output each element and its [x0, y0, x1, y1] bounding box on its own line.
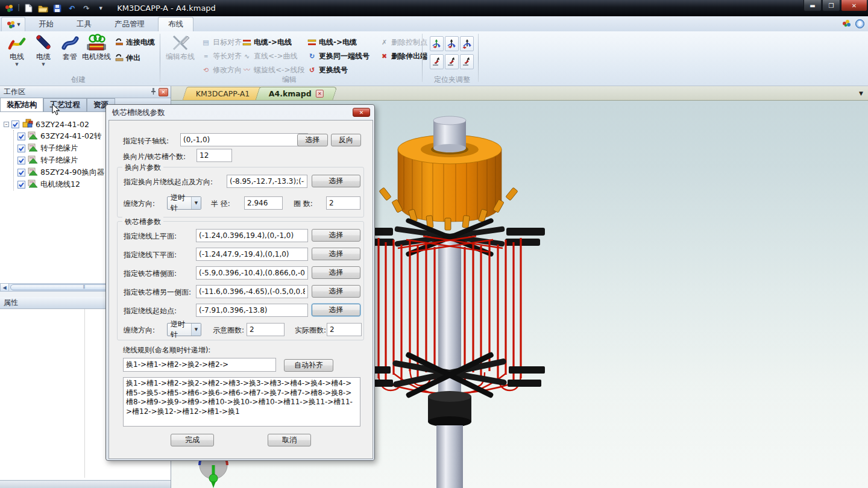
minimize-button[interactable]: ▬: [804, 0, 822, 11]
clamp-adjust-button-1[interactable]: [430, 36, 444, 51]
app-logo-icon[interactable]: [4, 3, 14, 14]
clamp-adjust-button-5[interactable]: [445, 54, 459, 69]
target-align-button[interactable]: ▤ 目标对齐: [201, 36, 242, 48]
checkbox-checked[interactable]: [11, 120, 19, 128]
swap-same-end-number-button[interactable]: ↻ 更换同一端线号: [307, 50, 370, 62]
sleeve-icon: [61, 34, 79, 52]
pin-icon[interactable]: [150, 87, 157, 97]
cable-button[interactable]: 电缆 ▼: [30, 34, 57, 74]
checkbox-checked[interactable]: [17, 169, 25, 177]
helix-segment-button[interactable]: 〰 螺旋线<->线段: [242, 64, 304, 76]
equal-length-align-button[interactable]: ＝ 等长对齐: [201, 50, 242, 62]
redo-icon[interactable]: ↷: [81, 3, 92, 14]
start-point-select-button[interactable]: 选择: [312, 304, 360, 316]
tab-list-dropdown-icon[interactable]: ▼: [859, 90, 863, 96]
dialog-close-button[interactable]: ✕: [353, 108, 370, 117]
doc-tab-km3dcapp-a1[interactable]: KM3DCAPP-A1: [182, 87, 263, 100]
checkbox-checked[interactable]: [17, 157, 25, 164]
mouse-cursor: [52, 104, 60, 116]
rotor-axis-reverse-button[interactable]: 反向: [331, 134, 361, 146]
delete-extension-button[interactable]: ✖ 删除伸出端: [380, 50, 427, 62]
swap-wire-number-button[interactable]: ↺ 更换线号: [307, 64, 348, 76]
tab-process[interactable]: 工艺过程: [43, 98, 87, 111]
connect-cable-button[interactable]: 连接电缆: [115, 36, 155, 48]
slot-side-input[interactable]: [196, 266, 308, 280]
tab-tools[interactable]: 工具: [67, 17, 101, 31]
scroll-left-arrow[interactable]: ◀: [1, 284, 9, 291]
slot-side-label: 指定铁芯槽侧面:: [124, 269, 177, 279]
equal-length-align-icon: ＝: [201, 52, 210, 60]
checkbox-checked[interactable]: [17, 145, 25, 152]
rotor-axis-select-button[interactable]: 选择: [297, 134, 328, 146]
wire-to-cable-button[interactable]: 电线->电缆: [307, 36, 357, 48]
real-turns-input[interactable]: [327, 323, 362, 336]
commutator-dir-select[interactable]: 逆时针 ▼: [167, 196, 201, 210]
help-icon[interactable]: ?: [855, 19, 864, 28]
finish-button[interactable]: 完成: [171, 434, 214, 446]
clamp-adjust-button-3[interactable]: [460, 36, 474, 51]
winding-rule-textarea[interactable]: 换1->槽1->槽2->换2->槽2->槽3->换3->槽3->槽4->换4->…: [123, 377, 360, 427]
slot-side-select-button[interactable]: 选择: [312, 266, 360, 279]
qat-separator: ⸽: [18, 5, 19, 12]
tab-routing[interactable]: 布线: [158, 17, 193, 31]
autofill-button[interactable]: 自动补齐: [284, 359, 333, 372]
cable-to-wire-icon: [242, 38, 251, 46]
document-tab-strip: KM3DCAPP-A1 A4.kmapd ✕: [171, 86, 868, 101]
cancel-button[interactable]: 取消: [268, 434, 311, 446]
commutator-dir-label: 缠绕方向:: [124, 199, 155, 209]
open-folder-icon[interactable]: [37, 3, 48, 14]
demo-turns-input[interactable]: [247, 323, 285, 336]
save-icon[interactable]: [52, 3, 63, 14]
tab-product-management[interactable]: 产品管理: [105, 17, 154, 31]
chevron-down-icon: ▼: [191, 197, 201, 209]
close-button[interactable]: ✕: [841, 0, 867, 11]
slot-other-side-select-button[interactable]: 选择: [312, 285, 360, 298]
clamp-adjust-button-4[interactable]: [430, 54, 444, 69]
wire-icon: [8, 34, 26, 52]
checkbox-checked[interactable]: [17, 133, 25, 140]
collapse-icon[interactable]: –: [4, 122, 9, 127]
new-file-icon[interactable]: [23, 3, 34, 14]
commutator-start-input[interactable]: [227, 175, 307, 188]
lower-plane-select-button[interactable]: 选择: [312, 248, 360, 260]
motor-winding-button[interactable]: 电机绕线: [80, 34, 113, 74]
tab-start[interactable]: 开始: [29, 17, 63, 31]
wire-button[interactable]: 电线 ▼: [4, 34, 30, 74]
turns-input[interactable]: [326, 196, 360, 210]
workspace-close-icon[interactable]: ✕: [159, 88, 168, 96]
winding-rule-input[interactable]: [123, 358, 276, 372]
core-dir-select[interactable]: 逆时针 ▼: [167, 323, 201, 336]
rotor-axis-input[interactable]: [180, 133, 308, 146]
modify-direction-button[interactable]: ⟲ 修改方向: [201, 64, 242, 76]
start-point-input[interactable]: [196, 304, 308, 317]
maximize-button[interactable]: ❐: [822, 0, 840, 11]
segment-count-input[interactable]: [197, 149, 232, 162]
helix-segment-icon: 〰: [242, 66, 251, 74]
upper-plane-input[interactable]: [196, 229, 308, 242]
edit-routing-button[interactable]: 编辑布线: [163, 34, 197, 74]
extend-button[interactable]: 伸出: [115, 52, 140, 64]
slot-other-side-input[interactable]: [196, 285, 308, 298]
delete-control-point-button[interactable]: ✗ 删除控制点: [380, 36, 427, 48]
sleeve-button[interactable]: 套管: [57, 34, 83, 74]
lower-plane-input[interactable]: [196, 248, 308, 261]
clamp-adjust-button-2[interactable]: [445, 36, 459, 51]
cable-to-wire-button[interactable]: 电缆->电线: [242, 36, 292, 48]
part-icon: [28, 155, 38, 166]
radius-input[interactable]: [244, 196, 283, 210]
undo-icon[interactable]: ↶: [66, 3, 77, 14]
doc-tab-a4-kmapd[interactable]: A4.kmapd ✕: [256, 87, 338, 100]
doc-tab-close-icon[interactable]: ✕: [316, 90, 324, 98]
edit-routing-icon: [171, 34, 190, 52]
tab-assembly-structure[interactable]: 装配结构: [0, 98, 43, 111]
line-curve-icon: ∿: [242, 52, 251, 60]
commutator-start-select-button[interactable]: 选择: [312, 175, 360, 187]
upper-plane-select-button[interactable]: 选择: [312, 229, 360, 242]
mini-logo-icon: [842, 18, 852, 30]
connect-cable-icon: [115, 38, 124, 46]
qat-dropdown-icon[interactable]: ▼: [95, 3, 106, 14]
clamp-adjust-button-6[interactable]: [460, 54, 474, 69]
line-curve-button[interactable]: ∿ 直线<->曲线: [242, 50, 297, 62]
checkbox-checked[interactable]: [17, 181, 25, 189]
app-menu-button[interactable]: ▼: [1, 17, 25, 31]
